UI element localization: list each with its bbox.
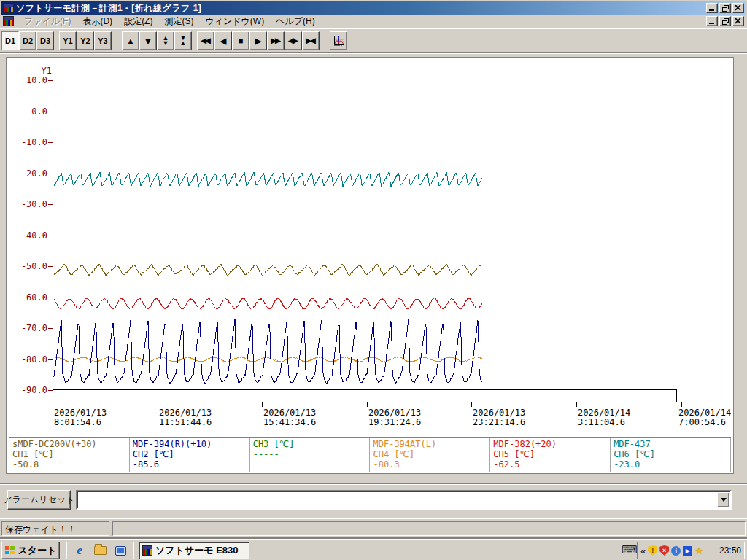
- chevron-down-icon: [721, 498, 727, 502]
- channel-legend: sMDF-DC200V(+30)CH1 [℃]-50.8 MDF-394(R)(…: [9, 438, 731, 472]
- menu-window[interactable]: ウィンドウ(W): [199, 15, 270, 28]
- star-tray-icon[interactable]: ★: [694, 545, 703, 556]
- status-panel-2: [112, 521, 746, 536]
- alarm-reset-button[interactable]: アラームリセット: [7, 490, 71, 510]
- close-icon: [735, 5, 741, 11]
- series-line-ch4: [54, 357, 482, 362]
- series-line-ch1: [54, 264, 482, 276]
- taskbar: スタート e ソフトサーモ E830 ⌨ « ! × i ▶ ★ 23:50: [0, 539, 747, 560]
- line-graph-window: Y1 10.0 0.0 -10.0 -20.0 -30.0 -40.0 -50.…: [6, 57, 734, 474]
- mdi-client-area: Y1 10.0 0.0 -10.0 -20.0 -30.0 -40.0 -50.…: [1, 54, 746, 483]
- mdi-minimize-button[interactable]: [706, 16, 718, 26]
- quicklaunch-folder-button[interactable]: [92, 543, 108, 558]
- toolbar-y2-button[interactable]: Y2: [77, 31, 94, 50]
- toolbar-y3-button[interactable]: Y3: [94, 31, 112, 50]
- x-tick: [681, 402, 682, 407]
- info-balloon-icon[interactable]: i: [671, 546, 681, 556]
- start-button[interactable]: スタート: [1, 542, 60, 559]
- taskbar-separator: [133, 542, 134, 559]
- app-icon: [142, 545, 152, 556]
- windows-logo-icon: [5, 546, 15, 555]
- fast-rewind-button[interactable]: ◀◀: [197, 31, 214, 50]
- x-tick: [262, 402, 263, 407]
- alarm-combobox-dropdown-button[interactable]: [717, 492, 729, 508]
- legend-cell-ch2: MDF-394(R)(+10)CH2 [℃]-85.6: [130, 438, 250, 472]
- series-line-ch5: [54, 298, 482, 310]
- restore-button[interactable]: [719, 3, 731, 13]
- toolbar-d3-button[interactable]: D3: [36, 31, 54, 50]
- mdi-child-icon: [3, 16, 14, 26]
- system-tray: « ! × i ▶ ★ 23:50: [637, 542, 745, 559]
- compress-vertical-button[interactable]: ▼▲: [174, 31, 192, 50]
- compress-horizontal-button[interactable]: ▶◀: [302, 31, 320, 50]
- folder-icon: [94, 546, 107, 555]
- restore-icon: [722, 18, 729, 25]
- x-tick-label: 2026/01/143:11:04.6: [578, 408, 630, 427]
- alarm-row: アラームリセット: [0, 486, 747, 515]
- x-tick-label: 2026/01/138:01:54.6: [54, 408, 107, 427]
- x-tick-label: 2026/01/1315:41:34.6: [263, 408, 316, 427]
- expand-vertical-button[interactable]: ▲▼: [157, 31, 174, 50]
- toolbar-d1-button[interactable]: D1: [1, 31, 19, 50]
- security-alert-icon[interactable]: ×: [659, 545, 669, 556]
- time-scroll-box[interactable]: [53, 389, 677, 402]
- down-arrow-icon: ▼: [144, 36, 153, 46]
- taskbar-separator: [66, 542, 67, 559]
- fast-forward-button[interactable]: ▶▶: [267, 31, 285, 50]
- restore-icon: [722, 5, 729, 12]
- expand-horizontal-button[interactable]: ◀▶: [285, 31, 302, 50]
- menu-bar: ファイル(F) 表示(D) 設定(Z) 測定(S) ウィンドウ(W) ヘルプ(H…: [1, 15, 746, 28]
- series-line-ch2: [54, 319, 482, 384]
- toolbar: D1 D2 D3 Y1 Y2 Y3 ▲ ▼ ▲▼ ▼▲ ◀◀ ◀ ■ ▶ ▶▶ …: [1, 29, 746, 52]
- x-tick: [576, 402, 577, 407]
- fast-rewind-icon: ◀◀: [201, 37, 209, 44]
- quicklaunch-ie-button[interactable]: e: [71, 543, 88, 558]
- x-tick-label: 2026/01/1319:31:24.6: [368, 408, 421, 427]
- menu-view[interactable]: 表示(D): [77, 15, 118, 28]
- expand-horizontal-icon: ◀▶: [288, 37, 296, 44]
- app-icon: [4, 3, 14, 13]
- graph-settings-button[interactable]: [330, 31, 347, 50]
- close-button[interactable]: [732, 3, 744, 13]
- statusbar-separator: [0, 518, 747, 519]
- menu-file[interactable]: ファイル(F): [18, 15, 77, 28]
- legend-cell-ch1: sMDF-DC200V(+30)CH1 [℃]-50.8: [9, 438, 130, 472]
- alarm-combobox[interactable]: [76, 490, 732, 510]
- quicklaunch-desktop-button[interactable]: [112, 543, 128, 558]
- stop-icon: ■: [239, 37, 244, 45]
- title-bar: ソフトサーモ計測－計測1 - [折れ線グラフ 1]: [1, 1, 746, 15]
- keyboard-layout-icon[interactable]: ⌨: [622, 543, 638, 556]
- step-right-button[interactable]: ▶: [249, 31, 267, 50]
- x-tick-label: 2026/01/1311:51:44.6: [159, 408, 212, 427]
- menu-settings[interactable]: 設定(Z): [118, 15, 158, 28]
- tray-chevron-icon[interactable]: «: [640, 545, 646, 556]
- legend-cell-ch5: MDF-382(+20)CH5 [℃]-62.5: [490, 438, 611, 472]
- series-line-ch6: [54, 172, 482, 187]
- menu-help[interactable]: ヘルプ(H): [270, 15, 321, 28]
- security-warning-icon[interactable]: !: [648, 545, 657, 556]
- mdi-close-button[interactable]: [732, 16, 744, 26]
- step-left-button[interactable]: ◀: [214, 31, 232, 50]
- task-button-softthermo[interactable]: ソフトサーモ E830: [139, 542, 249, 559]
- media-tray-icon[interactable]: ▶: [683, 546, 692, 556]
- left-arrow-icon: ◀: [220, 37, 226, 45]
- status-bar: 保存ウェイト！！: [0, 520, 747, 537]
- menu-measure[interactable]: 測定(S): [158, 15, 199, 28]
- stop-button[interactable]: ■: [232, 31, 249, 50]
- minimize-button[interactable]: [706, 3, 718, 13]
- internet-explorer-icon: e: [77, 543, 82, 558]
- scroll-down-button[interactable]: ▼: [139, 31, 157, 50]
- x-tick: [158, 402, 158, 407]
- window-title: ソフトサーモ計測－計測1 - [折れ線グラフ 1]: [16, 2, 706, 15]
- legend-cell-ch6: MDF-437CH6 [℃]-23.0: [611, 438, 731, 472]
- toolbar-y1-button[interactable]: Y1: [59, 31, 77, 50]
- show-desktop-icon: [115, 546, 126, 556]
- expand-vertical-icon: ▲▼: [163, 36, 169, 46]
- right-arrow-icon: ▶: [255, 37, 261, 45]
- x-tick-label: 2026/01/1323:21:14.6: [473, 408, 525, 427]
- up-arrow-icon: ▲: [126, 36, 136, 46]
- toolbar-d2-button[interactable]: D2: [19, 31, 36, 50]
- scroll-up-button[interactable]: ▲: [122, 31, 139, 50]
- taskbar-clock: 23:50: [719, 545, 741, 556]
- mdi-restore-button[interactable]: [719, 16, 731, 26]
